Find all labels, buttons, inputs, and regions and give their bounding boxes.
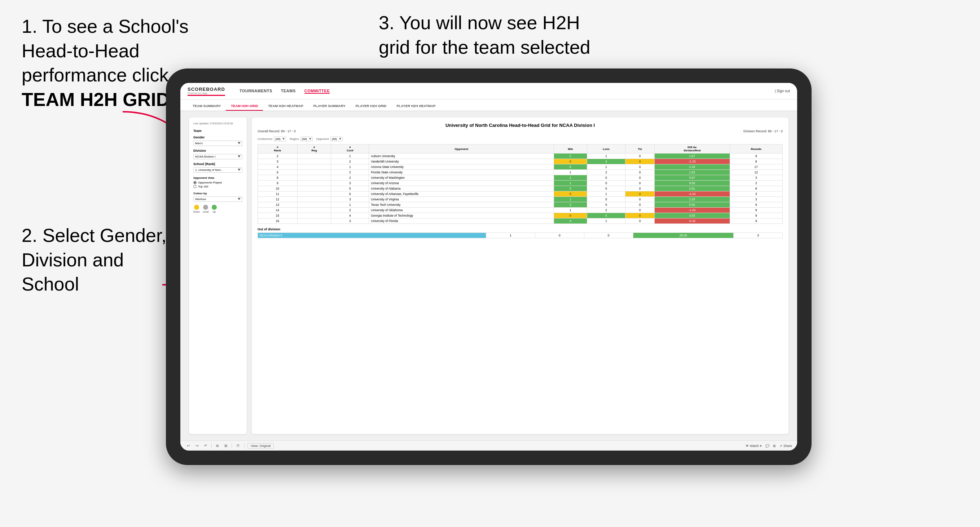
overall-record: Overall Record: 89 - 17 - 0	[258, 129, 296, 133]
paste-btn[interactable]: ⊞	[223, 443, 229, 448]
legend: Down Level Up	[193, 205, 242, 213]
table-row: 12 3 University of Virginia 1 0 0 2.33 3	[258, 197, 783, 202]
col-opponent: Opponent	[369, 144, 554, 154]
nav-teams[interactable]: TEAMS	[281, 89, 296, 94]
watch-btn[interactable]: 👁 Watch ▾	[746, 444, 762, 448]
grid-title: University of North Carolina Head-to-Hea…	[258, 122, 783, 128]
region-select[interactable]: (All)	[301, 137, 313, 141]
col-win: Win	[554, 144, 587, 154]
legend-up: Up	[212, 205, 217, 213]
grid-area: University of North Carolina Head-to-Hea…	[252, 117, 789, 434]
h2h-table: #Rank #Reg #Conf Opponent Win Loss Tie D…	[258, 144, 783, 224]
tablet-screen: SCOREBOARD Powered by clippi TOURNAMENTS…	[180, 83, 797, 451]
nav-committee[interactable]: COMMITTEE	[304, 89, 330, 94]
grid-records: Overall Record: 89 - 17 - 0 Division Rec…	[258, 129, 783, 133]
table-row: 11 6 University of Arkansas, Fayettevill…	[258, 191, 783, 197]
panel-wrapper: Last Updated: 27/03/2024 16:55:38 Team G…	[189, 117, 789, 434]
out-div-table: NCAA Division II 1 0 0 26.00 3	[258, 232, 783, 238]
sub-nav: TEAM SUMMARY TEAM H2H GRID TEAM H2H HEAT…	[180, 100, 797, 111]
logo-bar	[188, 95, 225, 96]
undo-btn[interactable]: ↩	[185, 443, 191, 448]
app-nav: SCOREBOARD Powered by clippi TOURNAMENTS…	[180, 83, 797, 100]
table-row: 2 1 Auburn University 2 1 0 1.67 9	[258, 154, 783, 159]
col-loss: Loss	[587, 144, 625, 154]
gender-select[interactable]: Men's	[193, 141, 242, 146]
filter-row: Conference (All) Region (All)	[258, 137, 783, 141]
school-label: School (Rank)	[193, 162, 242, 166]
opponent-filter: Opponent (All)	[316, 137, 343, 141]
col-rank: #Rank	[258, 144, 298, 154]
region-filter: Region (All)	[290, 137, 312, 141]
instruction-3-text: 3. You will now see H2H grid for the tea…	[379, 12, 590, 58]
sign-out-link[interactable]: | Sign out	[775, 89, 790, 93]
tablet-device: SCOREBOARD Powered by clippi TOURNAMENTS…	[166, 68, 811, 465]
table-row: 4 1 Arizona State University 5 1 0 2.29 …	[258, 164, 783, 170]
redo-btn[interactable]: ↪	[194, 443, 200, 448]
legend-up-dot	[212, 205, 217, 210]
conference-select[interactable]: (All)	[274, 137, 286, 141]
team-label: Team	[193, 129, 242, 133]
instruction-2-line2: Division and	[22, 249, 124, 270]
layout-btn[interactable]: ⊞	[773, 444, 776, 448]
tab-player-h2h-grid[interactable]: PLAYER H2H GRID	[351, 102, 392, 111]
tab-player-h2h-heatmap[interactable]: PLAYER H2H HEATMAP	[391, 102, 441, 111]
colour-by-select[interactable]: Win/loss	[193, 197, 242, 202]
col-reg: #Reg	[297, 144, 331, 154]
table-row: 14 2 University of Oklahoma 1 2 0 -1.00 …	[258, 208, 783, 213]
logo-sub: Powered by clippi	[188, 92, 207, 94]
table-row: 16 3 University of Florida 3 1 0 -6.42 9	[258, 218, 783, 224]
out-div-name: NCAA Division II	[258, 233, 486, 238]
tab-team-h2h-grid[interactable]: TEAM H2H GRID	[226, 102, 263, 111]
main-content: Last Updated: 27/03/2024 16:55:38 Team G…	[180, 111, 797, 440]
copy-btn[interactable]: ⧉	[215, 443, 220, 449]
radio-dot-2	[193, 185, 197, 188]
table-row: 3 2 Vanderbilt University 0 4 0 -2.29 8	[258, 159, 783, 164]
out-div-row: NCAA Division II 1 0 0 26.00 3	[258, 233, 783, 238]
division-record: Division Record: 88 - 17 - 0	[743, 129, 783, 133]
table-row: 6 2 Florida State University 1 2 0 1.83 …	[258, 170, 783, 175]
app-logo: SCOREBOARD Powered by clippi	[188, 87, 225, 96]
out-div-loss: 0	[535, 233, 584, 238]
instruction-1-bold: TEAM H2H GRID	[22, 89, 170, 110]
bottom-toolbar: ↩ ↪ ↶ ⧉ ⊞ ⏱ View: Original 👁 Watch ▾ 💬 ⊞…	[180, 440, 797, 451]
colour-by-label: Colour by	[193, 192, 242, 195]
clock-btn[interactable]: ⏱	[235, 443, 241, 448]
opponent-view-section: Opponent View Opponents Played Top 100	[193, 176, 242, 188]
table-row: 15 4 Georgia Institute of Technology 0 5…	[258, 213, 783, 218]
table-row: 9 3 University of Arizona 1 0 0 9.00 2	[258, 181, 783, 186]
radio-top100[interactable]: Top 100	[193, 185, 242, 188]
tab-team-h2h-heatmap[interactable]: TEAM H2H HEATMAP	[263, 102, 308, 111]
col-diff: Diff AvStrokes/Rnd	[654, 144, 730, 154]
opponent-select[interactable]: (All)	[330, 137, 343, 141]
nav-tournaments[interactable]: TOURNAMENTS	[240, 89, 272, 94]
toolbar-divider-3	[244, 443, 245, 448]
legend-level-dot	[203, 205, 208, 210]
instruction-step3: 3. You will now see H2H grid for the tea…	[379, 11, 595, 59]
radio-opponents-played[interactable]: Opponents Played	[193, 181, 242, 184]
instruction-2-line3: School	[22, 274, 79, 295]
school-select[interactable]: 1. University of Nort...	[193, 167, 242, 173]
col-conf: #Conf	[331, 144, 369, 154]
table-row: 13 1 Texas Tech University 3 0 0 5.56 9	[258, 202, 783, 208]
instruction-1-text: 1. To see a School's Head-to-Head perfor…	[22, 16, 189, 86]
legend-down: Down	[193, 205, 200, 213]
last-updated: Last Updated: 27/03/2024 16:55:38	[193, 122, 242, 125]
toolbar-divider-1	[212, 443, 212, 448]
view-original-btn[interactable]: View: Original	[247, 443, 274, 449]
radio-dot-1	[193, 181, 197, 184]
nav-items: TOURNAMENTS TEAMS COMMITTEE	[240, 89, 330, 94]
legend-down-dot	[194, 205, 199, 210]
instruction-2-line1: 2. Select Gender,	[22, 225, 167, 246]
out-div-rounds: 3	[733, 233, 783, 238]
out-div-win: 1	[486, 233, 535, 238]
out-div-tie: 0	[584, 233, 633, 238]
comment-btn[interactable]: 💬	[765, 444, 769, 448]
back-btn[interactable]: ↶	[203, 443, 208, 448]
tab-team-summary[interactable]: TEAM SUMMARY	[188, 102, 226, 111]
share-btn[interactable]: ↗ Share	[780, 444, 792, 448]
colour-by-section: Colour by Win/loss	[193, 192, 242, 202]
out-of-division-label: Out of division	[258, 227, 783, 231]
division-select[interactable]: NCAA Division I	[193, 154, 242, 159]
tab-player-summary[interactable]: PLAYER SUMMARY	[309, 102, 351, 111]
toolbar-right: 👁 Watch ▾ 💬 ⊞ ↗ Share	[746, 444, 792, 448]
